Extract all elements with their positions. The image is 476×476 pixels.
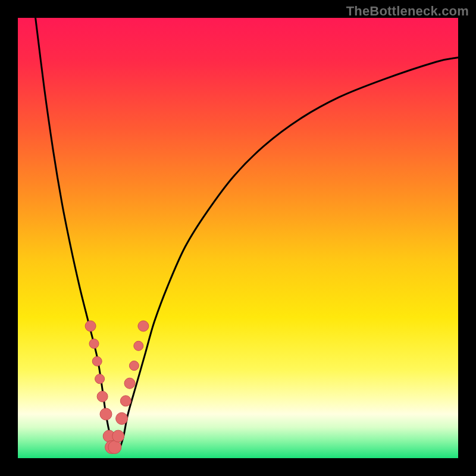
sample-dot: [92, 356, 102, 366]
sample-dot: [85, 321, 96, 331]
watermark-text: TheBottleneck.com: [346, 4, 469, 19]
sample-dot: [112, 430, 124, 442]
chart-svg: [18, 18, 458, 458]
sample-dot: [129, 361, 139, 371]
sample-dot: [100, 408, 112, 420]
outer-frame: TheBottleneck.com: [0, 0, 476, 476]
sample-dot: [120, 396, 131, 406]
plot-area: [18, 18, 458, 458]
sample-dot: [124, 378, 135, 389]
sample-dot: [97, 391, 108, 402]
sample-dot: [89, 339, 99, 349]
sample-dot: [108, 441, 121, 454]
sample-dot: [134, 341, 143, 350]
gradient-background: [18, 18, 458, 458]
sample-dot: [138, 321, 149, 331]
sample-dot: [95, 374, 105, 384]
sample-dot: [116, 412, 128, 424]
